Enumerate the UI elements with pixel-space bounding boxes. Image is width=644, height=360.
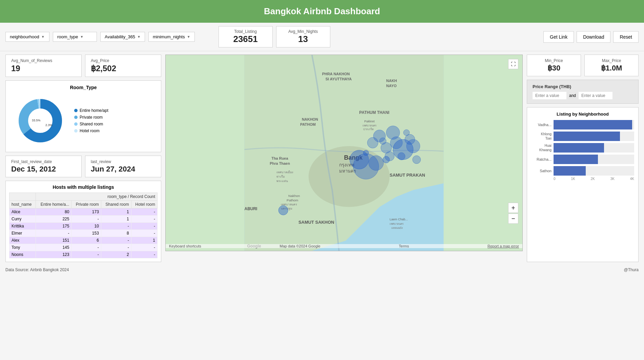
bar-track — [554, 143, 634, 153]
svg-text:SAMUT PRAKAN: SAMUT PRAKAN — [390, 173, 425, 178]
filter-label-availability_365: Availability_365 — [105, 34, 135, 39]
map-zoom-in-button[interactable]: + — [508, 203, 518, 213]
reset-button[interactable]: Reset — [613, 31, 639, 43]
filter-label-minimum_nights: minimum_nights — [153, 34, 185, 39]
map-zoom-out-button[interactable]: − — [508, 214, 518, 224]
room-type-chart-title: Room_Type — [10, 85, 157, 90]
map-data-credit: Map data ©2024 Google — [280, 244, 320, 248]
svg-text:เทศบาลเมือง: เทศบาลเมือง — [276, 171, 293, 174]
col-header-room-type: room_type / Record Count — [36, 193, 158, 201]
col-name-header: host_name — [9, 201, 36, 208]
shared-room-cell: 8 — [101, 230, 131, 237]
bar-row: Vadha... — [531, 120, 634, 129]
host-name-cell: Alex — [9, 237, 36, 244]
entire-home-cell: 80 — [36, 208, 71, 216]
hotel-room-cell: - — [131, 230, 157, 237]
svg-point-52 — [278, 205, 288, 215]
map-controls: + − — [508, 203, 518, 224]
entire-home-cell: 145 — [36, 244, 71, 251]
filter-neighbourhood[interactable]: neighbourhood▼ — [5, 32, 49, 42]
bar-fill — [554, 143, 604, 153]
legend-entire-home: Entire home/apt — [74, 108, 108, 113]
legend-private-room: Private room — [74, 115, 108, 120]
main-content: Avg_Num_of_Reviews 19 Avg_Price ฿2,502 R… — [0, 51, 644, 265]
legend-dot-shared-room — [74, 122, 78, 126]
filter-availability_365[interactable]: Availability_365▼ — [100, 32, 145, 42]
bar-row: KhlongToei — [531, 132, 634, 141]
entire-home-cell: 151 — [36, 237, 71, 244]
chevron-down-icon: ▼ — [41, 35, 45, 39]
toolbar: neighbourhood▼room_type▼Availability_365… — [0, 23, 644, 51]
hosts-table: room_type / Record Count host_name Entir… — [9, 193, 158, 258]
entire-home-cell: - — [36, 230, 71, 237]
filter-room_type[interactable]: room_type▼ — [53, 32, 97, 42]
table-row: Curry 225 - 1 - — [9, 216, 158, 223]
get-link-button[interactable]: Get Link — [543, 31, 574, 43]
bar-fill — [554, 155, 598, 164]
avg-price-label: Avg_Price — [91, 58, 155, 63]
svg-text:เทศบาลนคร: เทศบาลนคร — [362, 124, 377, 127]
bar-chart-title: Listing by Neighborhood — [531, 112, 634, 117]
table-row: Alex 151 6 - 1 — [9, 237, 158, 244]
bar-label: Ratcha... — [531, 157, 552, 161]
filter-minimum_nights[interactable]: minimum_nights▼ — [148, 32, 195, 42]
svg-point-47 — [413, 156, 421, 164]
bar-label: Sathon — [531, 169, 552, 173]
svg-text:Pakkret: Pakkret — [364, 120, 375, 123]
table-row: Elmer - 153 8 - — [9, 230, 158, 237]
svg-text:NAKH: NAKH — [386, 79, 397, 83]
legend-hotel-room: Hotel room — [74, 128, 108, 133]
bar-chart-section: Listing by Neighborhood Vadha... KhlongT… — [527, 107, 639, 262]
avg-price-value: ฿2,502 — [91, 64, 155, 73]
page-header: Bangkok Airbnb Dashboard — [0, 0, 644, 23]
private-room-cell: 153 — [71, 230, 101, 237]
stat-value-total_listing: 23651 — [226, 34, 266, 44]
map-svg: PHRA NAKHON SI AYUTTHAYA NAKH NAYO PATHU… — [166, 55, 522, 251]
private-room-cell: 6 — [71, 237, 101, 244]
hosts-table-title: Hosts with multiple listings — [9, 184, 158, 190]
report-map-error[interactable]: Report a map error — [487, 244, 519, 248]
svg-text:Phra Thaen: Phra Thaen — [270, 161, 290, 165]
svg-text:Tha Ruea: Tha Ruea — [271, 156, 288, 160]
bar-label: HuaiKhwang — [531, 143, 552, 152]
svg-text:Pathom: Pathom — [287, 198, 298, 202]
bar-fill — [554, 132, 620, 141]
host-name-cell: Krittika — [9, 223, 36, 230]
svg-text:ปากเกร็ด: ปากเกร็ด — [363, 127, 374, 131]
host-name-cell: Curry — [9, 216, 36, 223]
price-range-from-input[interactable] — [533, 92, 566, 99]
bar-chart-x-axis: 01K2K3K4K — [531, 177, 634, 181]
col-entire-home-header: Entire home/a... — [36, 201, 71, 208]
chart-legend: Entire home/apt Private room Shared room… — [74, 108, 108, 133]
chevron-down-icon: ▼ — [80, 35, 83, 39]
col-host-name — [9, 193, 36, 201]
private-room-cell: 10 — [71, 223, 101, 230]
map-terms: Terms — [399, 244, 409, 248]
entire-home-cell: 123 — [36, 251, 71, 258]
bar-track — [554, 155, 634, 164]
filter-label-neighbourhood: neighbourhood — [10, 34, 39, 39]
donut-container: 33.5% 2.3% Entire home/apt Private room — [10, 94, 157, 148]
bar-label: Vadha... — [531, 123, 552, 127]
svg-text:SAMUT SAKHON: SAMUT SAKHON — [298, 220, 334, 225]
expand-icon: ⛶ — [511, 61, 516, 67]
stat-total_listing: Total_Listing23651 — [219, 26, 273, 47]
map-expand-button[interactable]: ⛶ — [508, 59, 518, 69]
page-footer: Data Source: Airbnb Bangkok 2024 @Thura — [0, 265, 644, 274]
data-source: Data Source: Airbnb Bangkok 2024 — [5, 267, 69, 272]
filter-label-room_type: room_type — [57, 34, 78, 39]
avg-num-reviews-label: Avg_Num_of_Reviews — [11, 58, 76, 63]
last-review-label: last_review — [91, 159, 155, 164]
x-axis-label: 2K — [591, 177, 595, 181]
svg-text:SI AYUTTHAYA: SI AYUTTHAYA — [326, 77, 352, 81]
bar-fill — [554, 120, 632, 129]
bar-label: KhlongToei — [531, 132, 552, 141]
left-panel: Avg_Num_of_Reviews 19 Avg_Price ฿2,502 R… — [5, 55, 161, 262]
legend-label-hotel-room: Hotel room — [80, 128, 100, 133]
download-button[interactable]: Download — [577, 31, 610, 43]
hotel-room-cell: - — [131, 223, 157, 230]
shared-room-cell: 1 — [101, 208, 131, 216]
price-range-to-input[interactable] — [579, 92, 612, 99]
map[interactable]: PHRA NAKHON SI AYUTTHAYA NAKH NAYO PATHU… — [165, 55, 523, 251]
svg-point-54 — [383, 156, 390, 163]
